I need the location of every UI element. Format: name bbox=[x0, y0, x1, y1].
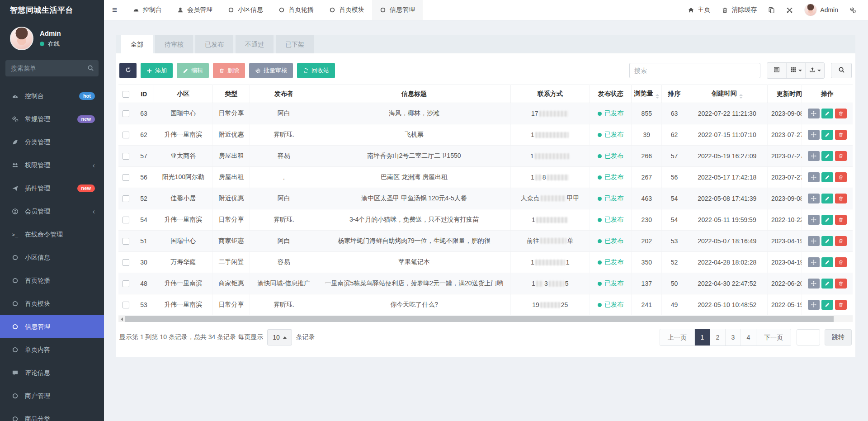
move-button[interactable] bbox=[808, 257, 820, 267]
批量审核-button[interactable]: 批量审核 bbox=[249, 63, 293, 78]
row-checkbox[interactable] bbox=[123, 195, 129, 202]
page-button-1[interactable]: 1 bbox=[694, 329, 710, 345]
row-checkbox[interactable] bbox=[123, 302, 129, 308]
search-button[interactable] bbox=[831, 63, 852, 78]
scroll-left-icon[interactable] bbox=[118, 316, 125, 322]
edit-button[interactable] bbox=[821, 300, 833, 310]
sidebar-item-8[interactable]: 首页轮播 bbox=[0, 269, 104, 292]
prev-page-button[interactable]: 上一页 bbox=[660, 329, 694, 345]
edit-button[interactable] bbox=[821, 130, 833, 140]
top-nav-item-3[interactable]: 首页轮播 bbox=[271, 0, 321, 20]
sidebar-item-4[interactable]: 插件管理new bbox=[0, 177, 104, 200]
sidebar-item-7[interactable]: 小区信息 bbox=[0, 246, 104, 269]
move-button[interactable] bbox=[808, 172, 820, 182]
sidebar-item-9[interactable]: 首页模块 bbox=[0, 292, 104, 315]
refresh-button[interactable] bbox=[119, 63, 137, 78]
edit-button[interactable] bbox=[821, 109, 833, 118]
settings-button[interactable] bbox=[849, 7, 856, 14]
delete-button[interactable] bbox=[835, 279, 847, 289]
delete-button[interactable] bbox=[835, 172, 847, 182]
delete-button[interactable] bbox=[835, 130, 847, 140]
edit-button[interactable] bbox=[821, 236, 833, 246]
home-link[interactable]: 主页 bbox=[688, 6, 710, 14]
delete-button[interactable] bbox=[835, 109, 847, 118]
编辑-button[interactable]: 编辑 bbox=[177, 63, 209, 78]
delete-button[interactable] bbox=[835, 257, 847, 267]
回收站-button[interactable]: 回收站 bbox=[297, 63, 335, 78]
move-button[interactable] bbox=[808, 215, 820, 225]
sidebar-item-6[interactable]: >_在线命令管理 bbox=[0, 223, 104, 246]
sidebar-search-input[interactable] bbox=[5, 60, 99, 76]
move-button[interactable] bbox=[808, 151, 820, 161]
move-button[interactable] bbox=[808, 236, 820, 246]
table-search-input[interactable] bbox=[629, 63, 760, 78]
sidebar-item-3[interactable]: 权限管理‹ bbox=[0, 154, 104, 177]
menu-toggle-icon[interactable]: ≡ bbox=[104, 5, 125, 15]
edit-button[interactable] bbox=[821, 194, 833, 203]
tab-0[interactable]: 全部 bbox=[121, 35, 153, 53]
row-checkbox[interactable] bbox=[123, 110, 129, 117]
select-all-checkbox[interactable] bbox=[123, 91, 129, 98]
delete-button[interactable] bbox=[835, 236, 847, 246]
edit-button[interactable] bbox=[821, 257, 833, 267]
page-button-3[interactable]: 3 bbox=[725, 329, 741, 345]
move-button[interactable] bbox=[808, 300, 820, 310]
tab-3[interactable]: 不通过 bbox=[236, 35, 274, 53]
detail-view-button[interactable] bbox=[767, 63, 786, 78]
delete-button[interactable] bbox=[835, 194, 847, 203]
edit-button[interactable] bbox=[821, 215, 833, 225]
top-nav-item-0[interactable]: 控制台 bbox=[125, 0, 170, 20]
top-nav-item-5[interactable]: 信息管理 bbox=[372, 0, 423, 20]
top-nav-item-1[interactable]: 会员管理 bbox=[170, 0, 220, 20]
sidebar-item-0[interactable]: 控制台hot bbox=[0, 85, 104, 108]
horizontal-scrollbar[interactable] bbox=[118, 316, 853, 322]
tab-1[interactable]: 待审核 bbox=[155, 35, 193, 53]
sidebar-item-1[interactable]: 常规管理new bbox=[0, 108, 104, 131]
clear-cache-button[interactable]: 清除缓存 bbox=[722, 6, 757, 14]
sidebar-item-12[interactable]: 评论信息 bbox=[0, 361, 104, 384]
page-button-2[interactable]: 2 bbox=[710, 329, 725, 345]
row-checkbox[interactable] bbox=[123, 153, 129, 160]
delete-button[interactable] bbox=[835, 215, 847, 225]
添加-button[interactable]: 添加 bbox=[141, 63, 173, 78]
jump-button[interactable]: 跳转 bbox=[825, 329, 852, 345]
sidebar-item-14[interactable]: 商品分类 bbox=[0, 407, 104, 421]
edit-button[interactable] bbox=[821, 151, 833, 161]
sidebar-item-10[interactable]: 信息管理 bbox=[0, 315, 104, 338]
column-header-10[interactable]: 创建时间 bbox=[687, 85, 767, 103]
select-all-header[interactable] bbox=[118, 85, 134, 103]
fullscreen-button[interactable] bbox=[786, 7, 793, 14]
move-button[interactable] bbox=[808, 279, 820, 289]
jump-page-input[interactable] bbox=[797, 329, 820, 345]
sidebar-item-11[interactable]: 单页内容 bbox=[0, 338, 104, 361]
page-button-4[interactable]: 4 bbox=[741, 329, 756, 345]
columns-button[interactable] bbox=[786, 63, 805, 78]
edit-button[interactable] bbox=[821, 279, 833, 289]
row-checkbox[interactable] bbox=[123, 174, 129, 181]
move-button[interactable] bbox=[808, 109, 820, 118]
row-checkbox[interactable] bbox=[123, 259, 129, 266]
sidebar-item-5[interactable]: 会员管理‹ bbox=[0, 200, 104, 223]
clone-pages-button[interactable] bbox=[768, 7, 775, 14]
row-checkbox[interactable] bbox=[123, 238, 129, 245]
top-nav-item-2[interactable]: 小区信息 bbox=[220, 0, 271, 20]
page-size-select[interactable]: 10 bbox=[267, 329, 292, 345]
tab-2[interactable]: 已发布 bbox=[195, 35, 233, 53]
export-button[interactable] bbox=[805, 63, 824, 78]
tab-4[interactable]: 已下架 bbox=[276, 35, 314, 53]
top-nav-item-4[interactable]: 首页模块 bbox=[321, 0, 372, 20]
sidebar-item-13[interactable]: 商户管理 bbox=[0, 384, 104, 407]
user-menu[interactable]: Admin bbox=[804, 4, 838, 16]
edit-button[interactable] bbox=[821, 172, 833, 182]
row-checkbox[interactable] bbox=[123, 132, 129, 138]
delete-button[interactable] bbox=[835, 300, 847, 310]
delete-button[interactable] bbox=[835, 151, 847, 161]
row-checkbox[interactable] bbox=[123, 217, 129, 223]
move-button[interactable] bbox=[808, 130, 820, 140]
scrollbar-thumb[interactable] bbox=[125, 316, 834, 322]
next-page-button[interactable]: 下一页 bbox=[756, 329, 791, 345]
move-button[interactable] bbox=[808, 194, 820, 203]
column-header-8[interactable]: 浏览量 bbox=[632, 85, 662, 103]
删除-button[interactable]: 删除 bbox=[213, 63, 245, 78]
sidebar-item-2[interactable]: 分类管理 bbox=[0, 131, 104, 154]
